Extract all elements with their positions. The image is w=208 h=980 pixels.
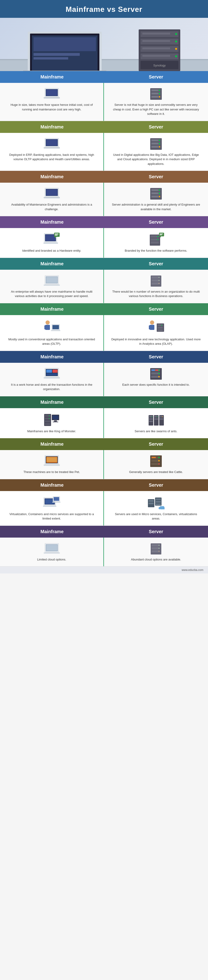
svg-point-65 — [159, 192, 160, 194]
svg-rect-158 — [44, 465, 60, 466]
svg-rect-109 — [153, 325, 154, 329]
svg-point-66 — [159, 196, 160, 197]
sections-container: MainframeServer Huge in size, takes more… — [0, 71, 208, 566]
section-header-left-3: Mainframe — [0, 216, 104, 228]
comparison-row-0: Huge in size, takes more floor space hen… — [0, 83, 208, 121]
svg-rect-146 — [149, 421, 153, 422]
right-icon-4 — [148, 274, 164, 287]
comparison-row-7: Mainframes are like King of Monster. Ser… — [0, 408, 208, 439]
section-header-right-7: Server — [104, 396, 208, 408]
left-icon-2 — [44, 187, 60, 200]
svg-rect-183 — [161, 508, 165, 509]
left-text-10: Limited cloud options. — [37, 557, 66, 562]
right-icon-9 — [147, 496, 165, 509]
svg-rect-59 — [44, 197, 60, 198]
svg-point-164 — [158, 457, 160, 458]
comparison-row-3: Identified and branded as a Hardware ent… — [0, 228, 208, 258]
section-header-right-8: Server — [104, 438, 208, 450]
right-icon-3 — [147, 233, 165, 246]
svg-rect-76 — [55, 234, 58, 234]
svg-rect-177 — [149, 503, 154, 504]
svg-rect-7 — [33, 57, 68, 59]
svg-rect-157 — [47, 457, 57, 462]
svg-point-51 — [159, 146, 160, 148]
svg-point-82 — [157, 236, 158, 237]
section-header-6: MainframeServer — [0, 351, 208, 363]
footer-url: www.educba.com — [182, 568, 203, 572]
svg-rect-125 — [151, 369, 155, 371]
left-icon-9 — [43, 496, 61, 509]
svg-rect-139 — [54, 420, 57, 422]
left-cell-5: Mostly used in conventional applications… — [0, 315, 104, 351]
right-text-9: Servers are used in Micro services, Cont… — [111, 512, 201, 521]
section-header-0: MainframeServer — [0, 71, 208, 83]
right-cell-2: Server administration is a general skill… — [104, 183, 208, 216]
svg-rect-77 — [55, 235, 58, 235]
svg-point-166 — [158, 463, 160, 465]
section-header-8: MainframeServer — [0, 438, 208, 450]
svg-rect-6 — [33, 53, 80, 56]
left-icon-0 — [44, 88, 60, 100]
svg-rect-52 — [151, 140, 158, 141]
svg-rect-73 — [43, 242, 58, 244]
hero-image: Synology — [0, 18, 208, 71]
right-cell-8: Generally servers are treated like Cattl… — [104, 450, 208, 479]
right-cell-7: Servers are like swarms of ants. — [104, 408, 208, 438]
left-text-6: It is a work horse and does all the tran… — [7, 382, 96, 391]
section-header-4: MainframeServer — [0, 258, 208, 270]
svg-rect-42 — [46, 140, 57, 146]
svg-rect-170 — [43, 506, 57, 507]
page-wrapper: Mainframe vs Server — [0, 0, 208, 573]
svg-rect-138 — [52, 415, 58, 420]
svg-point-153 — [162, 416, 163, 417]
svg-rect-105 — [51, 330, 60, 331]
svg-rect-117 — [46, 369, 52, 373]
right-text-2: Server administration is a general skill… — [111, 202, 201, 212]
svg-rect-44 — [44, 147, 60, 148]
right-text-4: There would be n number of servers in an… — [111, 290, 201, 298]
svg-rect-163 — [151, 457, 156, 458]
left-cell-8: These machines are to be treated like Pe… — [0, 450, 104, 479]
left-text-5: Mostly used in conventional applications… — [7, 337, 96, 346]
left-icon-1 — [44, 137, 60, 150]
left-cell-9: Virtualization, Containers and micro ser… — [0, 491, 104, 525]
left-text-2: Availability of Maintenance Engineers an… — [7, 202, 96, 212]
svg-rect-20 — [142, 40, 170, 42]
comparison-row-5: Mostly used in conventional applications… — [0, 315, 208, 351]
svg-rect-188 — [44, 552, 60, 554]
svg-rect-140 — [53, 422, 58, 422]
svg-rect-102 — [48, 325, 50, 329]
right-icon-2 — [148, 187, 164, 200]
svg-rect-179 — [156, 501, 161, 503]
left-text-0: Huge in size, takes more floor space hen… — [7, 103, 96, 111]
svg-rect-149 — [160, 416, 163, 417]
svg-rect-180 — [156, 504, 161, 505]
right-cell-9: Servers are used in Micro services, Cont… — [104, 491, 208, 525]
right-icon-7 — [147, 413, 165, 427]
left-cell-2: Availability of Maintenance Engineers an… — [0, 183, 104, 216]
section-header-right-2: Server — [104, 171, 208, 183]
svg-rect-72 — [46, 235, 55, 241]
left-icon-7 — [43, 413, 60, 427]
svg-rect-38 — [151, 93, 158, 94]
section-header-left-2: Mainframe — [0, 171, 104, 183]
svg-rect-91 — [44, 285, 60, 286]
svg-point-98 — [159, 283, 159, 284]
svg-point-50 — [159, 143, 160, 144]
svg-point-128 — [158, 373, 160, 374]
svg-rect-144 — [149, 416, 153, 417]
section-header-right-5: Server — [104, 303, 208, 315]
comparison-row-2: Availability of Maintenance Engineers an… — [0, 183, 208, 216]
svg-point-17 — [175, 48, 177, 50]
section-header-2: MainframeServer — [0, 171, 208, 183]
svg-rect-87 — [160, 234, 162, 235]
section-header-5: MainframeServer — [0, 303, 208, 315]
page-header: Mainframe vs Server — [0, 0, 208, 18]
svg-point-195 — [159, 551, 159, 552]
left-text-1: Deployed in ERP, Banking applications, b… — [7, 153, 96, 162]
svg-point-151 — [151, 416, 152, 417]
left-icon-8 — [44, 455, 60, 468]
right-icon-8 — [148, 455, 164, 468]
right-icon-10 — [148, 542, 164, 555]
svg-rect-81 — [151, 242, 159, 243]
